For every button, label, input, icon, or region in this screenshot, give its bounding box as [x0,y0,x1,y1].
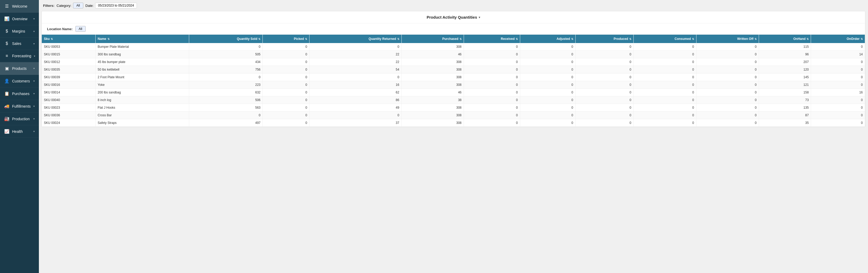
cell-picked: 0 [263,73,309,81]
product-activity-card: Product Activity Quantities ▾ Location N… [41,11,865,127]
sidebar-item-production[interactable]: 🏭Production▾ [0,113,39,125]
cell-qty_sold: 434 [189,58,263,66]
cell-picked: 0 [263,104,309,111]
cell-purchased: 308 [401,119,464,127]
cell-onorder: 0 [811,111,865,119]
margins-chevron-icon: ▾ [33,30,35,33]
cell-purchased: 308 [401,111,464,119]
sidebar-item-purchases[interactable]: 📋Purchases▾ [0,88,39,100]
col-header-sku[interactable]: Sku⇅ [42,35,95,43]
purchases-chevron-icon: ▾ [33,92,35,95]
margins-icon: $ [4,29,9,34]
cell-picked: 0 [263,66,309,73]
cell-onorder: 0 [811,104,865,111]
cell-adjusted: 0 [520,89,576,96]
sidebar-item-customers[interactable]: 👤Customers▾ [0,75,39,88]
cell-adjusted: 0 [520,43,576,51]
sidebar-item-fulfillments[interactable]: 🚚Fulfillments▾ [0,100,39,113]
cell-received: 0 [464,51,520,58]
cell-adjusted: 0 [520,119,576,127]
category-filter: Category: All [57,3,83,8]
cell-sku: SKU 00014 [42,89,95,96]
table-row: SKU 0003550 lbs kettlebell75605430800000… [42,66,865,73]
sidebar-item-sales[interactable]: $Sales▾ [0,38,39,50]
health-chevron-icon: ▾ [33,130,35,133]
col-header-qty_returned[interactable]: Quantity Returned⇅ [309,35,402,43]
cell-onhand: 121 [759,81,811,89]
sort-icon: ⇅ [460,38,462,40]
customers-icon: 👤 [4,78,9,83]
sidebar-item-products[interactable]: ▣Products▾ [0,62,39,75]
sidebar-label-production: Production [12,117,31,121]
cell-qty_returned: 0 [309,111,402,119]
cell-received: 0 [464,96,520,104]
cell-qty_returned: 0 [309,73,402,81]
cell-qty_returned: 22 [309,51,402,58]
col-header-onorder[interactable]: OnOrder⇅ [811,35,865,43]
cell-consumed: 0 [634,89,696,96]
cell-name: Yoke [95,81,189,89]
cell-onorder: 0 [811,81,865,89]
cell-written_off: 0 [696,51,759,58]
cell-purchased: 46 [401,89,464,96]
date-range-value[interactable]: 05/23/2023 to 05/21/2024 [95,3,137,8]
cell-qty_sold: 0 [189,111,263,119]
table-row: SKU 00053Bumper Plate Material0003080000… [42,43,865,51]
table-row: SKU 00023Flat J Hooks563049308000001350 [42,104,865,111]
table-title-chevron-icon[interactable]: ▾ [479,15,480,19]
filters-label: Filters: [43,4,54,8]
cell-onorder: 0 [811,58,865,66]
cell-sku: SKU 00015 [42,51,95,58]
col-header-written_off[interactable]: Written Off⇅ [696,35,759,43]
table-title: Product Activity Quantities [427,15,477,20]
cell-name: 45 lbs bumper plate [95,58,189,66]
cell-picked: 0 [263,96,309,104]
cell-purchased: 308 [401,81,464,89]
cell-produced: 0 [575,58,633,66]
cell-onhand: 158 [759,89,811,96]
cell-purchased: 308 [401,43,464,51]
cell-adjusted: 0 [520,51,576,58]
cell-written_off: 0 [696,96,759,104]
col-header-produced[interactable]: Produced⇅ [575,35,633,43]
cell-written_off: 0 [696,89,759,96]
cell-consumed: 0 [634,73,696,81]
col-header-name[interactable]: Name⇅ [95,35,189,43]
cell-written_off: 0 [696,104,759,111]
table-row: SKU 000408 inch log5060863800000730 [42,96,865,104]
cell-qty_sold: 0 [189,73,263,81]
cell-onhand: 135 [759,104,811,111]
cell-purchased: 308 [401,104,464,111]
sidebar-item-welcome[interactable]: ☰Welcome [0,0,39,12]
sidebar-item-forecasting[interactable]: ≡Forecasting▾ [0,50,39,62]
cell-purchased: 308 [401,58,464,66]
location-row: Location Name: All [42,23,865,35]
cell-written_off: 0 [696,73,759,81]
cell-consumed: 0 [634,119,696,127]
category-label: Category: [57,4,71,8]
col-header-purchased[interactable]: Purchased⇅ [401,35,464,43]
col-header-picked[interactable]: Picked⇅ [263,35,309,43]
sidebar-item-margins[interactable]: $Margins▾ [0,25,39,38]
table-row: SKU 00015300 lbs sandbag5050224600000961… [42,51,865,58]
table-title-row: Product Activity Quantities ▾ [42,11,865,23]
location-name-label: Location Name: [47,27,73,31]
col-header-qty_sold[interactable]: Quantity Sold⇅ [189,35,263,43]
sidebar-item-health[interactable]: 📈Health▾ [0,125,39,138]
category-all-button[interactable]: All [73,3,83,8]
table-header: Sku⇅Name⇅Quantity Sold⇅Picked⇅Quantity R… [42,35,865,43]
cell-picked: 0 [263,89,309,96]
cell-qty_sold: 632 [189,89,263,96]
col-header-onhand[interactable]: OnHand⇅ [759,35,811,43]
col-header-adjusted[interactable]: Adjusted⇅ [520,35,576,43]
header-row: Sku⇅Name⇅Quantity Sold⇅Picked⇅Quantity R… [42,35,865,43]
col-header-consumed[interactable]: Consumed⇅ [634,35,696,43]
sidebar-item-overview[interactable]: 📊Overview▾ [0,12,39,25]
health-icon: 📈 [4,129,9,134]
cell-adjusted: 0 [520,66,576,73]
location-all-button[interactable]: All [75,26,86,32]
date-label: Date: [85,4,94,8]
col-header-received[interactable]: Received⇅ [464,35,520,43]
cell-sku: SKU 00036 [42,111,95,119]
cell-adjusted: 0 [520,73,576,81]
